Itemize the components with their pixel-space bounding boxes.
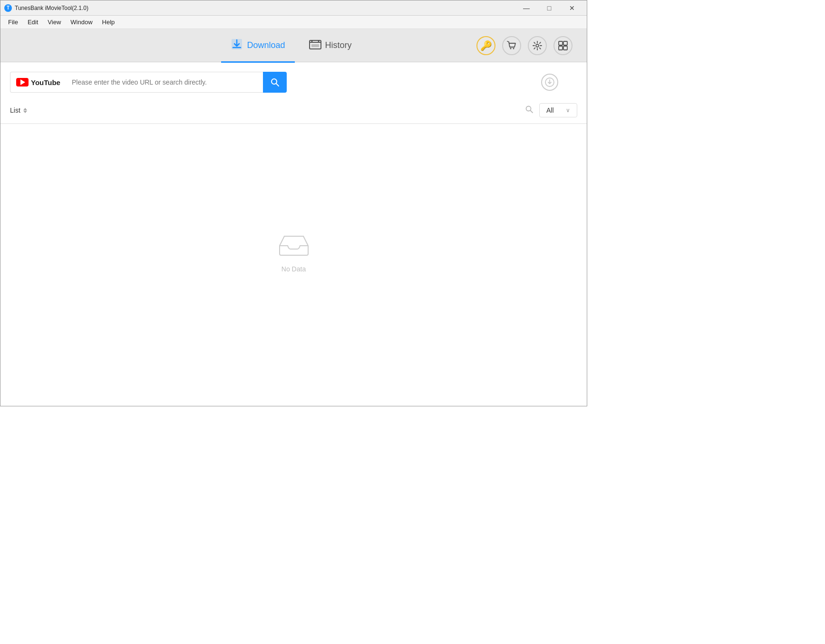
sort-arrows-icon [23, 108, 27, 113]
svg-point-3 [318, 40, 319, 42]
empty-state-text: No Data [281, 265, 306, 273]
svg-point-2 [311, 40, 312, 42]
tab-download[interactable]: Download [221, 34, 294, 57]
history-tab-icon [309, 38, 321, 53]
filter-value: All [546, 106, 554, 114]
list-label-group[interactable]: List [10, 106, 27, 114]
empty-state: No Data [0, 124, 587, 406]
title-bar-left: T TunesBank iMovieTool(2.1.0) [4, 4, 88, 12]
key-button[interactable]: 🔑 [476, 36, 495, 55]
maximize-button[interactable]: □ [538, 1, 560, 15]
svg-point-5 [510, 48, 512, 49]
svg-rect-11 [563, 46, 567, 50]
list-search-button[interactable] [525, 105, 534, 116]
close-button[interactable]: ✕ [561, 1, 583, 15]
title-bar: T TunesBank iMovieTool(2.1.0) — □ ✕ [0, 0, 587, 16]
search-icon [270, 77, 280, 87]
search-input[interactable] [66, 72, 263, 93]
youtube-badge[interactable]: YouTube [10, 72, 66, 93]
menu-view[interactable]: View [44, 17, 65, 28]
chevron-down-icon: ∨ [566, 107, 570, 114]
filter-dropdown[interactable]: All ∨ [539, 103, 577, 117]
menu-help[interactable]: Help [98, 17, 119, 28]
search-button[interactable] [263, 72, 287, 93]
app-title: TunesBank iMovieTool(2.1.0) [15, 5, 88, 11]
youtube-play-icon [16, 78, 29, 87]
svg-rect-4 [311, 44, 319, 47]
settings-button[interactable] [528, 36, 547, 55]
svg-rect-9 [563, 41, 567, 45]
nav-tabs: Download History [221, 34, 361, 57]
youtube-label: YouTube [31, 78, 60, 87]
download-tab-icon [231, 38, 243, 53]
tab-download-label: Download [247, 40, 285, 50]
svg-rect-10 [559, 46, 563, 50]
cart-button[interactable] [502, 36, 521, 55]
empty-state-icon [277, 229, 311, 260]
toolbar: Download History 🔑 [0, 29, 587, 62]
menu-window[interactable]: Window [67, 17, 96, 28]
tab-history[interactable]: History [300, 34, 361, 57]
sort-arrow-down [23, 111, 27, 113]
svg-rect-8 [559, 41, 563, 45]
list-right: All ∨ [525, 103, 577, 117]
youtube-triangle [20, 79, 25, 85]
sort-arrow-up [23, 108, 27, 110]
svg-point-7 [536, 44, 539, 47]
menu-edit[interactable]: Edit [24, 17, 42, 28]
list-label-text: List [10, 106, 20, 114]
menu-bar: File Edit View Window Help [0, 16, 587, 29]
search-area: YouTube [0, 62, 587, 93]
list-header: List All ∨ [0, 97, 587, 124]
tab-history-label: History [325, 40, 352, 50]
minimize-button[interactable]: — [515, 1, 537, 15]
app-icon: T [4, 4, 12, 12]
window-controls: — □ ✕ [515, 1, 583, 15]
grid-button[interactable] [553, 36, 573, 55]
download-status-icon [541, 74, 558, 91]
menu-file[interactable]: File [4, 17, 22, 28]
svg-point-6 [513, 48, 514, 49]
